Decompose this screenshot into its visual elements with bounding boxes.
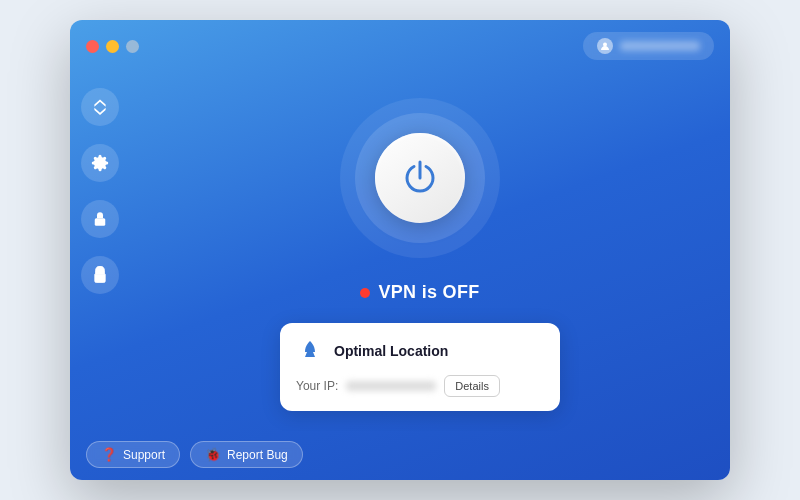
sidebar-item-privacy[interactable] xyxy=(81,256,119,294)
bug-icon: 🐞 xyxy=(205,447,221,462)
report-bug-label: Report Bug xyxy=(227,448,288,462)
ip-row: Your IP: Details xyxy=(296,375,540,397)
ip-address-blurred xyxy=(346,381,436,391)
support-icon: ❓ xyxy=(101,447,117,462)
maximize-button[interactable] xyxy=(126,40,139,53)
power-ring-outer xyxy=(340,98,500,258)
vpn-status: VPN is OFF xyxy=(360,282,479,303)
svg-rect-1 xyxy=(95,218,106,226)
vpn-status-text: VPN is OFF xyxy=(378,282,479,303)
svg-point-0 xyxy=(603,43,607,47)
traffic-lights xyxy=(86,40,139,53)
location-header: Optimal Location xyxy=(296,337,540,365)
status-indicator-dot xyxy=(360,288,370,298)
footer: ❓ Support 🐞 Report Bug xyxy=(70,431,730,480)
sidebar-item-servers[interactable] xyxy=(81,88,119,126)
user-account-button[interactable] xyxy=(583,32,714,60)
location-card: Optimal Location Your IP: Details xyxy=(280,323,560,411)
user-avatar-icon xyxy=(597,38,613,54)
sidebar-item-settings[interactable] xyxy=(81,144,119,182)
support-button[interactable]: ❓ Support xyxy=(86,441,180,468)
support-label: Support xyxy=(123,448,165,462)
sidebar-item-security[interactable] xyxy=(81,200,119,238)
ip-label: Your IP: xyxy=(296,379,338,393)
close-button[interactable] xyxy=(86,40,99,53)
power-ring-mid xyxy=(355,113,485,243)
details-button[interactable]: Details xyxy=(444,375,500,397)
user-email-text xyxy=(620,41,700,51)
location-name-text: Optimal Location xyxy=(334,343,448,359)
main-content: VPN is OFF Optimal Location Your IP: xyxy=(70,68,730,431)
sidebar xyxy=(70,68,130,431)
title-bar xyxy=(70,20,730,68)
minimize-button[interactable] xyxy=(106,40,119,53)
power-button[interactable] xyxy=(375,133,465,223)
report-bug-button[interactable]: 🐞 Report Bug xyxy=(190,441,303,468)
rocket-icon xyxy=(296,337,324,365)
center-area: VPN is OFF Optimal Location Your IP: xyxy=(130,68,730,431)
app-window: VPN is OFF Optimal Location Your IP: xyxy=(70,20,730,480)
